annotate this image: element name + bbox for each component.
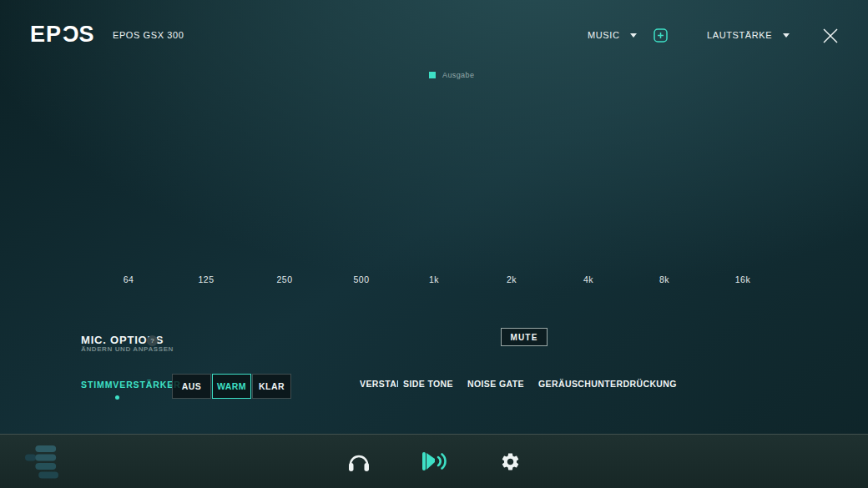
- tab-equalizer[interactable]: [23, 445, 60, 479]
- freq-label-500: 500: [343, 274, 380, 284]
- voice-enhancer-options: AUS WARM KLAR: [172, 374, 291, 399]
- freq-label-64: 64: [110, 274, 147, 284]
- sidetone-slider-label: SIDE TONE: [403, 379, 453, 389]
- equalizer-icon: [24, 445, 59, 479]
- freq-label-8k: 8k: [646, 274, 683, 284]
- noisecancel-slider-label: GERÄUSCHUNTERDRÜCKUNG: [538, 379, 677, 389]
- gear-icon: [500, 451, 521, 472]
- freq-label-125: 125: [188, 274, 225, 284]
- profile-dropdown-label: MUSIC: [588, 30, 619, 40]
- device-title: EPOS GSX 300: [113, 30, 184, 40]
- tab-microphone[interactable]: [421, 449, 448, 474]
- output-legend: Ausgabe: [429, 71, 474, 79]
- chevron-down-icon: [630, 33, 637, 38]
- gain-slider-label: VERSTAR: [360, 379, 398, 389]
- noisegate-slider-label: NOISE GATE: [467, 379, 524, 389]
- legend-swatch: [429, 72, 436, 78]
- volume-dropdown[interactable]: LAUTSTÄRKE: [707, 28, 790, 42]
- freq-label-2k: 2k: [493, 274, 530, 284]
- tab-headphones[interactable]: [346, 449, 371, 474]
- tab-settings[interactable]: [498, 450, 522, 473]
- app-window: EPCS EPOS GSX 300 MUSIC LAUTSTÄRKE Ausga…: [0, 0, 868, 488]
- volume-dropdown-label: LAUTSTÄRKE: [707, 30, 772, 40]
- freq-label-4k: 4k: [570, 274, 607, 284]
- plus-icon: [654, 28, 668, 43]
- close-icon: [821, 27, 840, 45]
- mic-options-subtitle: ÄNDERN UND ANPASSEN: [81, 345, 174, 353]
- freq-label-250: 250: [266, 274, 303, 284]
- freq-label-16k: 16k: [724, 274, 761, 284]
- chevron-down-icon: [783, 33, 790, 38]
- freq-label-1k: 1k: [416, 274, 452, 284]
- option-aus-button[interactable]: AUS: [172, 374, 211, 399]
- active-indicator-dot: [115, 395, 119, 400]
- microphone-icon: [422, 450, 447, 472]
- option-warm-button[interactable]: WARM: [212, 374, 251, 399]
- bottom-nav-bar: [0, 434, 868, 488]
- headphones-icon: [348, 450, 370, 473]
- profile-dropdown[interactable]: MUSIC: [588, 28, 637, 42]
- epos-logo: EPCS: [30, 23, 95, 46]
- add-profile-button[interactable]: [654, 28, 668, 43]
- close-button[interactable]: [821, 27, 840, 45]
- option-klar-button[interactable]: KLAR: [252, 374, 291, 399]
- voice-enhancer-label: STIMMVERSTÄRKER: [81, 380, 181, 390]
- legend-label: Ausgabe: [442, 71, 474, 79]
- mute-button[interactable]: MUTE: [501, 328, 548, 346]
